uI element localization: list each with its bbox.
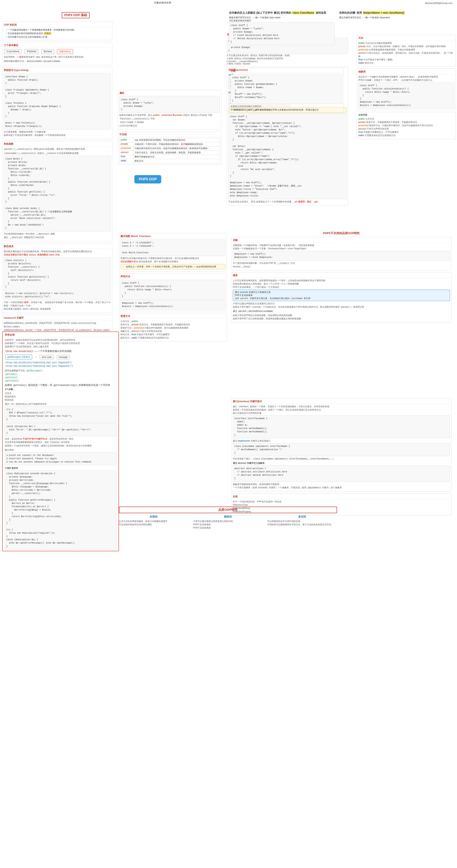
staff-field-header: 字段 — [231, 69, 342, 73]
static-note2: 只有一个静态变量的 副本，没有多个值。 也就是说不管创建了多少实例，都只有一个计… — [4, 301, 111, 311]
benefit-3: 允许对象可以在已定义的功能基础上扩展 — [6, 35, 111, 39]
benefit-1: 一个对象的用途要比一个普通函数的用途要多（封装数量更大的功能） — [6, 28, 111, 32]
encapsulation-topic: 封装性 公共方式向外界提供服务，私有方式隐藏实现细节 可以控制外部如何访问内部的… — [119, 515, 189, 530]
field-note-2: 必须有公共的访问接口才能访问 外部访问私有成员也可以使用 getter/sett… — [231, 104, 342, 111]
declare-method-code: class Staff { public function calculateS… — [120, 280, 225, 300]
implements-note: 通过 implements 关键字让类实现接口 — [233, 439, 450, 442]
php5-unsupported-title: PHP5不支持的品质OOP特性 — [231, 231, 452, 235]
abstract-extends-note: 抽象类不能被直接实例化，必须先继承才能使用 一个子类只能继承（使用 extend… — [233, 483, 450, 489]
oop-quality-area: 品质OOP特性 封装性 公共方式向外界提供服务，私有方式隐藏实现细节 可以控制外… — [119, 506, 337, 530]
oop-benefits-header: OOP 的好处 — [4, 23, 111, 27]
method-node: 方法(method) — [4, 49, 21, 54]
exception-intro: 在程序中，如果出现某些可以以某种方式处理的情况时，就可以使用异常。 如果遇到了一… — [5, 338, 116, 348]
php4-title-area: PHP4 OOP 基础 — [62, 11, 90, 20]
methods-header: 方法 — [358, 36, 454, 40]
parent-construct-note: 如果子类没有声明自己的构造函数，则会调用父类的构造函数 如果子类声明了自己的构造… — [233, 314, 450, 320]
page-container: Martian2008@Gmail.com 对象的基本应用 PHP4 OOP 基… — [0, 0, 457, 868]
declare-method-section: 声明方法 class Staff { public function calcu… — [119, 273, 227, 311]
staff-field-section: 字段 class Staff { private $name; public f… — [229, 68, 343, 114]
invoke-method-code: $employee = new Staff(); $salary = $empl… — [120, 300, 225, 310]
inheritance-note: 人们可以将复杂事情简化，如把通用功能放到一个类中，让其他具体的类能够共享这个通用… — [233, 279, 450, 289]
inheritance-topic: 继承性 子类可以通过继承父类来复用父类的代码 PHP不支持多继承 PHP不支持多… — [193, 515, 263, 530]
throw-example: throw new Exception() — 一个不带参数的抛出异常的函数 — [5, 349, 116, 353]
static-header: 静态成员 — [4, 245, 111, 249]
three-concepts-section: 三个基本概念 方法(method) 字段(field) 类(class) 对象(… — [2, 42, 112, 65]
class-basic-code: class Staff { public $name = "Lucky"; pr… — [229, 22, 335, 45]
interface-code: interface interfaceName { CONST; CONST N… — [233, 415, 450, 438]
trycatch-example-intro: 通过一对一来把对应从上到下的顺序来对应 — [5, 402, 116, 406]
arrow-right: → — [35, 356, 37, 358]
try-example: try { $fh = @fopen("contacts.txt","r"); … — [5, 406, 116, 423]
custom-exception-code: class MyException extends Exception { pr… — [5, 470, 116, 550]
instantiation-title: 实例化的步骤: 使用 $objectName = new className() — [339, 11, 445, 15]
concepts-row: 方法(method) 字段(field) 类(class) 对象(object) — [4, 49, 111, 54]
method-type-label: 公共方法 — [358, 114, 454, 117]
abstract-interface-label: 通过 abstract 关键字定义抽象类 — [233, 461, 450, 465]
static-code: class visitors { private $visitors; func… — [4, 257, 111, 300]
oop-benefits-section: OOP 的好处 一个对象的用途要比一个普通函数的用途要多（封装数量更大的功能） … — [2, 22, 112, 40]
constructor-section: 构造函数 parent::__construct() 调用 parent 构造函… — [2, 141, 112, 241]
const-code: const E = '3.141592057'; const E = '2.71… — [120, 240, 225, 256]
encapsulation-note: 公共方式向外界提供服务，私有方式隐藏实现细节 可以控制外部如何访问内部的属性 — [119, 520, 189, 526]
override-example: 通过 parent::methodFunctionName — [233, 310, 450, 313]
getmessage-node: getMessage() 没有发生 — [5, 354, 32, 360]
properties-section: 属性 class Staff { public $name = "Lucky";… — [118, 90, 221, 129]
properties-header: 属性 — [119, 91, 220, 96]
accessor-full-code: class Staff { var $name; function __set(… — [228, 114, 346, 199]
inheritance-section: 继承 人们可以将复杂事情简化，如把通用功能放到一个类中，让其他具体的类能够共享这… — [231, 272, 452, 322]
method-getmessage: 还可以使用如下方法: getMessage() — [5, 369, 116, 372]
normal-method-header-2: 普通方法 — [120, 314, 225, 319]
abstract-class-code: abstract AbstractClass { // abstract att… — [233, 465, 450, 482]
interface-area: 接口(interface) 关键字提示 接口（interface）是类的一个基类… — [231, 397, 452, 517]
oop-quality-title: 品质OOP特性 — [119, 506, 337, 513]
const-warning: ⚠ 如果定义一些常量，并和一个实例化不相匹配，没有会对它产生影响——会会得到相同… — [120, 264, 225, 269]
output-example: 输出类似： — [5, 448, 116, 452]
custom-exception-title: 子类扩展异常 — [5, 466, 116, 470]
gettraceasstring-note: 如果给 getTrace() 返回的是一个数组，而 getTraceAsStri… — [5, 383, 116, 387]
try-catch-label: 4个步骤： — [5, 388, 116, 391]
methods-note: public 方法允许从对象外部被调用 private 方法，方法只能在类内部（… — [358, 41, 454, 65]
abstract-note: 包含至少一个抽象方法的类被称为抽象类（abstract class），必须先继承… — [358, 75, 454, 82]
interface-section: 接口(interface) 关键字提示 接口（interface）是类的一个基类… — [231, 398, 452, 492]
type-hint-note: 它只接受参数，能够如何强调一个对象传递 如果传递了不适合的对象类型，则会触发一个… — [4, 130, 111, 137]
polymorphism-note: 可以用相同的名字引用不同的实现 不同的类可以拥有相同名字的方法，每个方法的具体实… — [267, 520, 337, 526]
exception-header: 异常处理 — [5, 333, 116, 337]
abstract-code: class Staff { public function calculateS… — [358, 82, 454, 108]
php5-center-label: PHP5 OOP — [134, 175, 161, 183]
multi-interface-note: 可以实现多个接口：class ClassName implements inte… — [233, 457, 450, 461]
abstract-section: 抽象类 包含至少一个抽象方法的类被称为抽象类（abstract class），必… — [357, 68, 456, 110]
accessor-not-defined-note: 不会在你定义的地方。 因为 如果被定义了一个全局函数中的变量 __set 被调用… — [228, 200, 346, 203]
const-note: 常量可以在对象外部被访问, 不需要实例就可以被访问，也可以在函数内部被访问 无法… — [120, 256, 225, 263]
polymorphism-title: 多态性 — [267, 515, 337, 519]
output-code: 1.Could not connect to the database! 2.I… — [5, 452, 116, 465]
access-note: 调用对象的属性/方法：$objectName->propertyName — [4, 59, 111, 63]
clone-header: 克隆 — [233, 239, 450, 243]
properties-code: class Staff { public $name = "Lucky"; pr… — [119, 96, 220, 113]
php4-section-title: PHP4 OOP 基础 — [62, 12, 90, 18]
message-node: message — [57, 355, 70, 359]
right-middle-area: 字段 class Staff { public $name = "Lucky";… — [227, 33, 348, 207]
object-definition-area: 在对象的定义上面建议 (如上下文学中 建议) 把对类的 class ClassN… — [229, 11, 335, 45]
type-hint-header: 类型提示 (type listing) — [4, 68, 111, 73]
php5-middle-detail: 魔术函数 Match_Functions const E = '3.141592… — [119, 231, 227, 343]
match-functions-header: 魔术函数 Match_Functions — [120, 235, 225, 239]
method-getcode: getCode() — [5, 373, 116, 375]
polymorphism-topic: 多态性 可以用相同的名字引用不同的实现 不同的类可以拥有相同名字的方法，每个方法… — [267, 515, 337, 530]
methods-section: 方法 public 方法允许从对象外部被调用 private 方法，方法只能在类… — [357, 35, 456, 67]
three-concepts-header: 三个基本概念 — [4, 43, 111, 48]
object-node: 对象(object) — [57, 49, 73, 54]
constructor-header: 构造函数 — [4, 142, 111, 147]
object-def-title: 在对象的定义上面建议 (如上下文学中 建议) 把对类的 class ClassN… — [229, 11, 335, 15]
catch-example: catch (Exception $e) { echo "Error: ".$e… — [5, 423, 116, 436]
properties-note: 如果在对象定义中没有声明，那么 public、protected 和 priva… — [119, 114, 220, 127]
clone-destruct-note: 为了更好地控制克隆对象，可以实现 PHP 的 __clone() 方法 func… — [233, 261, 450, 268]
override-note: 子类可以通过声明同名方法来重写父类方法 如果在子类中重写（override）了父… — [233, 302, 450, 309]
declare-method-header: 声明方法 — [120, 275, 225, 279]
exception-section: 异常处理 在程序中，如果出现某些可以以某种方式处理的情况时，就可以使用异常。 如… — [2, 332, 119, 551]
php5-branches-left: 属性 class Staff { public $name = "Lucky";… — [118, 88, 221, 166]
inheritance-header: 继承 — [233, 274, 450, 278]
visibility-table: public oop 对此资源没有访问限制，可以在对象的外部访问 private… — [119, 138, 220, 163]
exception-handling-area: 异常处理 在程序中，如果出现某些可以以某种方式处理的情况时，就可以使用异常。 如… — [2, 330, 119, 552]
normal-method-section-2: 普通方法 公共方法：public 私有方法：private 私有方法，不能被继承… — [119, 313, 227, 342]
benefit-2: 无法直接被外部代码调用的私有成员 封装性 — [6, 32, 111, 35]
